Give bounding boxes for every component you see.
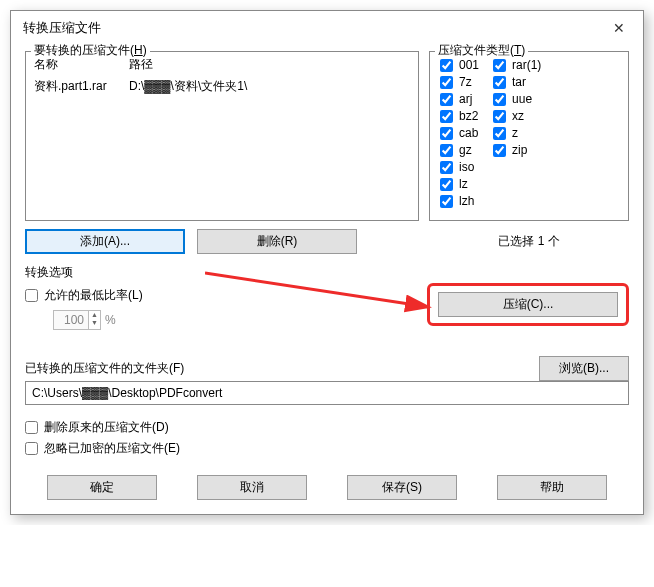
ratio-input[interactable] [54,311,88,329]
dialog-title: 转换压缩文件 [23,19,101,37]
options-section-label: 转换选项 [25,264,629,281]
type-checkbox-7z[interactable]: 7z [440,75,479,89]
type-checkbox-xz[interactable]: xz [493,109,541,123]
type-checkbox-zip[interactable]: zip [493,143,541,157]
type-checkbox-arj[interactable]: arj [440,92,479,106]
col-path-header: 路径 [129,56,410,73]
files-group-label: 要转换的压缩文件(H) [31,42,150,59]
highlight-box: 压缩(C)... [427,283,629,326]
cancel-button[interactable]: 取消 [197,475,307,500]
dialog-body: 要转换的压缩文件(H) 名称 路径 资料.part1.rar D:\▓▓▓\资料… [11,45,643,514]
type-checkbox-cab[interactable]: cab [440,126,479,140]
type-checkbox-lzh[interactable]: lzh [440,194,479,208]
type-checkbox-gz[interactable]: gz [440,143,479,157]
browse-button[interactable]: 浏览(B)... [539,356,629,381]
type-checkbox-bz2[interactable]: bz2 [440,109,479,123]
type-checkbox-tar[interactable]: tar [493,75,541,89]
add-button[interactable]: 添加(A)... [25,229,185,254]
ok-button[interactable]: 确定 [47,475,157,500]
spinner-down-icon[interactable]: ▼ [89,319,100,327]
types-group-label: 压缩文件类型(T) [435,42,528,59]
help-button[interactable]: 帮助 [497,475,607,500]
list-item[interactable]: 资料.part1.rar D:\▓▓▓\资料\文件夹1\ [34,77,410,96]
titlebar: 转换压缩文件 ✕ [11,11,643,45]
compress-button[interactable]: 压缩(C)... [438,292,618,317]
file-name: 资料.part1.rar [34,78,129,95]
types-group: 0017zarjbz2cabgzisolzlzh rar(1)taruuexzz… [429,51,629,221]
ratio-spinner[interactable]: ▲ ▼ [53,310,101,330]
save-button[interactable]: 保存(S) [347,475,457,500]
allow-min-ratio-checkbox[interactable]: 允许的最低比率(L) [25,287,143,304]
close-icon[interactable]: ✕ [607,20,631,36]
dialog-window: 转换压缩文件 ✕ 要转换的压缩文件(H) 名称 路径 资料.part1.rar [10,10,644,515]
folder-label: 已转换的压缩文件的文件夹(F) [25,360,184,377]
type-checkbox-z[interactable]: z [493,126,541,140]
delete-original-checkbox[interactable]: 删除原来的压缩文件(D) [25,419,629,436]
type-checkbox-rar(1)[interactable]: rar(1) [493,58,541,72]
selection-count: 已选择 1 个 [429,233,629,250]
spinner-up-icon[interactable]: ▲ [89,311,100,319]
type-checkbox-uue[interactable]: uue [493,92,541,106]
type-checkbox-001[interactable]: 001 [440,58,479,72]
percent-label: % [105,313,116,327]
output-folder-input[interactable] [25,381,629,405]
type-checkbox-iso[interactable]: iso [440,160,479,174]
type-checkbox-lz[interactable]: lz [440,177,479,191]
ignore-encrypted-checkbox[interactable]: 忽略已加密的压缩文件(E) [25,440,629,457]
remove-button[interactable]: 删除(R) [197,229,357,254]
files-listbox[interactable]: 名称 路径 资料.part1.rar D:\▓▓▓\资料\文件夹1\ [25,51,419,221]
file-path: D:\▓▓▓\资料\文件夹1\ [129,78,410,95]
